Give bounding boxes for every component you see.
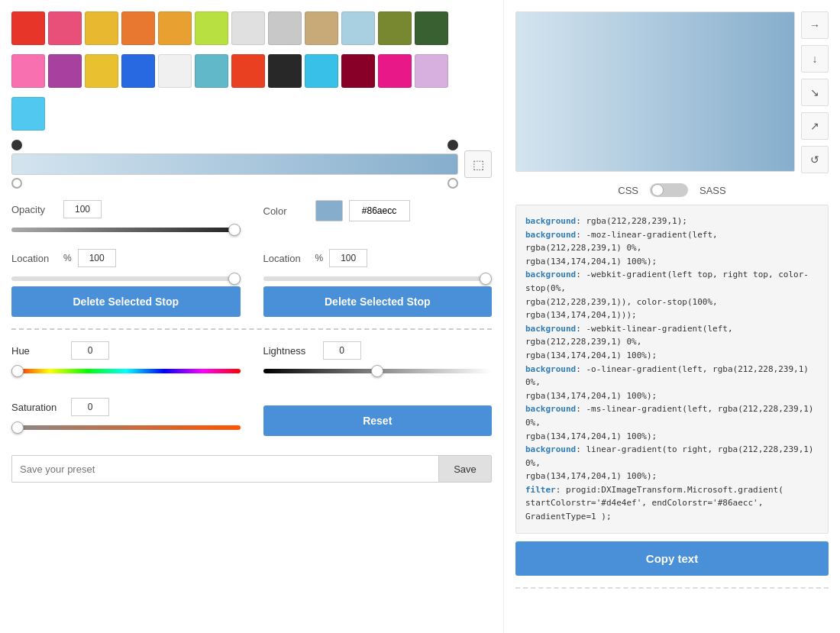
arrow-down-btn[interactable]: ↓ (801, 45, 829, 73)
color-swatch[interactable] (378, 54, 412, 88)
location-right-group: Location % Delete Selected Stop (263, 249, 493, 317)
color-display (315, 200, 410, 221)
code-block: background: rgba(212,228,239,1);backgrou… (515, 205, 829, 534)
color-swatch[interactable] (341, 11, 375, 45)
arrow-right-btn[interactable]: → (801, 11, 829, 39)
color-swatch[interactable] (378, 11, 412, 45)
color-swatch[interactable] (85, 11, 118, 45)
color-row: Color (263, 200, 493, 221)
location-right-label: Location (263, 253, 309, 264)
color-label: Color (263, 205, 309, 217)
location-right-slider[interactable] (263, 276, 493, 281)
hue-group: Hue Saturation (11, 341, 241, 444)
opacity-slider[interactable] (11, 228, 241, 232)
location-left-group: Location % Delete Selected Stop (11, 249, 241, 317)
opacity-color-grid: Opacity Color (11, 200, 492, 237)
swap-button[interactable]: ⬚ (464, 150, 492, 178)
location-left-row: Location % (11, 249, 241, 267)
hue-row: Hue (11, 341, 241, 360)
color-swatch[interactable] (85, 54, 118, 88)
color-swatch[interactable] (305, 54, 338, 88)
opacity-input[interactable] (63, 200, 102, 218)
gradient-bar-container: ⬚ (11, 140, 492, 189)
lightness-input[interactable] (323, 341, 361, 360)
gradient-bar[interactable] (11, 153, 458, 175)
color-swatch[interactable] (268, 11, 302, 45)
hsl-grid: Hue Saturation Lightness (11, 341, 492, 444)
color-swatch[interactable] (341, 54, 375, 88)
location-right-percent: % (315, 253, 324, 263)
copy-text-button[interactable]: Copy text (515, 541, 829, 576)
color-swatch[interactable] (231, 54, 265, 88)
preview-with-arrows: →↓↘↗↺ (515, 11, 829, 183)
color-swatch[interactable] (415, 54, 448, 88)
rotate-btn[interactable]: ↺ (801, 146, 829, 173)
saturation-input[interactable] (71, 398, 109, 416)
sass-label[interactable]: SASS (699, 185, 726, 196)
delete-left-button[interactable]: Delete Selected Stop (11, 286, 241, 317)
color-swatch[interactable] (48, 11, 82, 45)
lightness-reset-group: Lightness Reset (263, 341, 493, 444)
location-left-percent: % (63, 253, 72, 263)
hue-slider-container (11, 364, 241, 376)
color-swatch[interactable] (121, 54, 155, 88)
saturation-slider-container (11, 421, 241, 432)
color-group: Color (263, 200, 493, 237)
hue-slider[interactable] (11, 369, 241, 373)
opacity-label: Opacity (11, 204, 57, 215)
color-swatch[interactable] (158, 54, 192, 88)
location-right-input[interactable] (329, 249, 367, 267)
preset-input[interactable] (11, 455, 438, 483)
gradient-stop-right-bottom[interactable] (447, 178, 458, 189)
arrow-up-right-btn[interactable]: ↗ (801, 112, 829, 140)
saturation-slider[interactable] (11, 425, 241, 430)
opacity-row: Opacity (11, 200, 241, 218)
color-swatches-row1 (11, 11, 492, 45)
color-swatch[interactable] (195, 11, 228, 45)
gradient-stop-right-top[interactable] (447, 140, 458, 150)
location-left-input[interactable] (78, 249, 116, 267)
lightness-row: Lightness (263, 341, 493, 360)
color-swatch[interactable] (415, 11, 448, 45)
gradient-preview (515, 11, 795, 172)
saturation-row: Saturation (11, 398, 241, 416)
css-sass-toggle[interactable] (650, 183, 688, 197)
color-swatch[interactable] (11, 11, 45, 45)
preset-row: Save (11, 455, 492, 483)
gradient-stop-top-row (11, 140, 458, 150)
gradient-stop-left-bottom[interactable] (11, 178, 22, 189)
color-swatch[interactable] (305, 11, 338, 45)
location-left-slider-container (11, 272, 241, 283)
color-swatch[interactable] (48, 54, 82, 88)
hue-input[interactable] (71, 341, 109, 360)
color-swatch[interactable] (231, 11, 265, 45)
color-preview-box[interactable] (315, 200, 343, 221)
color-swatch[interactable] (11, 54, 45, 88)
lightness-label: Lightness (263, 345, 317, 357)
arrow-down-right-btn[interactable]: ↘ (801, 79, 829, 106)
lightness-slider[interactable] (263, 369, 493, 373)
gradient-bar-area (11, 140, 458, 189)
gradient-stop-left-top[interactable] (11, 140, 22, 150)
delete-right-button[interactable]: Delete Selected Stop (263, 286, 493, 317)
color-swatch[interactable] (11, 97, 45, 131)
location-left-slider[interactable] (11, 276, 241, 281)
toggle-thumb (651, 184, 664, 196)
hue-label: Hue (11, 345, 65, 357)
color-swatch[interactable] (195, 54, 228, 88)
color-swatch[interactable] (268, 54, 302, 88)
save-preset-button[interactable]: Save (438, 455, 492, 483)
saturation-label: Saturation (11, 402, 65, 413)
gradient-stop-bottom-row (11, 178, 458, 189)
divider-1 (11, 328, 492, 330)
location-right-row: Location % (263, 249, 493, 267)
color-swatch[interactable] (121, 11, 155, 45)
reset-button[interactable]: Reset (263, 405, 493, 436)
color-swatches-row2 (11, 54, 492, 88)
location-grid: Location % Delete Selected Stop Location… (11, 249, 492, 317)
css-label[interactable]: CSS (618, 185, 638, 196)
preview-wrapper (515, 11, 795, 183)
hex-input[interactable] (349, 200, 410, 221)
color-swatch[interactable] (158, 11, 192, 45)
left-panel: ⬚ Opacity Color (0, 0, 504, 633)
